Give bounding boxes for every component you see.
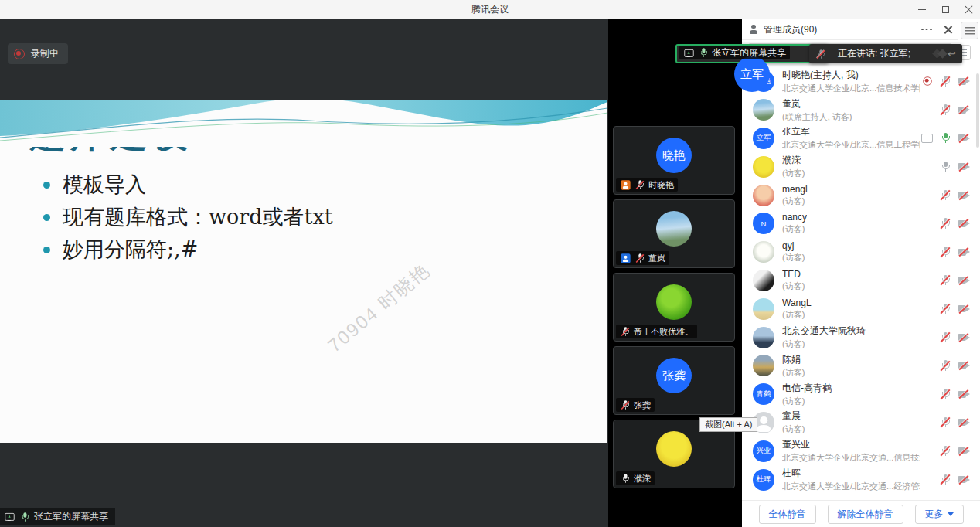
thumbnail-label: 时晓艳 [616,178,678,192]
screen-share-badge: 张立军的屏幕共享 [0,508,115,525]
camera-muted-icon[interactable] [958,389,971,399]
video-thumbnail-diwang[interactable]: 帝王不败优雅。 [613,273,735,342]
members-icon [748,24,759,35]
member-row[interactable]: 陈娟(访客) [742,352,980,380]
unmute-all-button[interactable]: 解除全体静音 [828,505,903,524]
member-name: TED [782,269,805,280]
slide-bullet-list: 模板导入 现有题库格式：word或者txt 妙用分隔符;,# [43,168,607,266]
recording-icon [923,77,931,86]
camera-muted-icon[interactable] [958,418,971,427]
mic-muted-icon[interactable] [940,445,951,457]
mic-muted-icon[interactable] [940,246,951,258]
camera-muted-icon[interactable] [958,105,971,114]
more-button[interactable]: 更多 [915,505,964,524]
member-row[interactable]: 晓艳 时晓艳(主持人, 我)北京交通大学企业/北京...信息技术学院 [742,67,980,96]
avatar [656,211,692,246]
panel-title: 管理成员(90) [764,23,817,36]
cohost-badge-icon [621,253,630,263]
mic-muted-icon[interactable] [940,359,951,372]
member-row[interactable]: 杜晖 杜晖北京交通大学企业/北京交通...经济管理学院 [742,465,980,494]
tencent-meeting-window: 腾讯会议 录制中 [0,0,980,527]
camera-muted-icon[interactable] [958,475,971,484]
minimize-button[interactable] [910,0,934,19]
member-sub: (访客) [782,223,807,235]
member-row[interactable]: TED(访客) [742,267,980,295]
mic-unmuted-icon[interactable] [940,161,951,173]
video-thumbnail-shixiaoyan[interactable]: 晓艳 时晓艳 [613,126,735,195]
member-sub: (访客) [782,168,805,179]
member-row[interactable]: 青鹤 电信-高青鹤(访客) [742,380,980,409]
mic-muted-icon[interactable] [940,416,951,429]
member-row[interactable]: 兴业 董兴业北京交通大学企业/北京交通...信息技术学院 [742,437,980,465]
camera-muted-icon[interactable] [958,219,971,228]
panel-header: 管理成员(90) [742,19,958,40]
mute-all-button[interactable]: 全体静音 [759,505,816,524]
member-row[interactable]: 北京交通大学阮秋琦(访客) [742,323,980,352]
member-list[interactable]: 晓艳 时晓艳(主持人, 我)北京交通大学企业/北京...信息技术学院 董岚(联席… [742,67,980,494]
member-row[interactable]: 董岚(联席主持人, 访客) [742,96,980,124]
scrollbar[interactable] [976,73,979,148]
member-row[interactable]: qyj(访客) [742,238,980,267]
camera-muted-icon[interactable] [958,191,971,200]
camera-muted-icon[interactable] [958,304,971,314]
camera-muted-icon[interactable] [958,361,971,370]
mic-muted-icon [635,179,644,189]
avatar: 张龚 [656,358,692,393]
mic-muted-icon[interactable] [940,332,951,344]
member-name: 杜晖 [782,467,920,480]
video-thumbnail-zhanggong[interactable]: 张龚 张龚 [613,346,735,415]
camera-muted-icon[interactable] [958,247,971,257]
video-thumbnail-zhanglijun[interactable]: 立军 张立军的屏幕共享 [675,44,829,63]
presentation-slide: 题库建设 模板导入 现有题库格式：word或者txt 妙用分隔符;,# 7090… [0,100,607,443]
member-sub: 北京交通大学企业/北京...信息技术学院 [782,83,920,94]
member-sub: (访客) [782,196,808,207]
camera-muted-icon[interactable] [958,76,971,86]
mic-muted-icon[interactable] [940,303,951,315]
recording-icon [14,49,25,60]
member-sub: (访客) [782,280,805,292]
maximize-button[interactable] [934,0,957,19]
mic-muted-icon[interactable] [940,189,951,202]
mic-on-icon [20,512,29,522]
mic-muted-icon[interactable] [940,75,951,87]
camera-muted-icon[interactable] [958,134,971,143]
close-button[interactable] [957,0,980,19]
mic-muted-icon [816,49,825,59]
member-sub: (访客) [782,396,832,407]
window-controls [910,0,980,19]
member-row[interactable]: 童晨(访客) [742,409,980,437]
camera-muted-icon[interactable] [958,333,971,342]
speaking-text: 正在讲话: 张立军; [838,47,910,60]
member-row[interactable]: WangL(访客) [742,294,980,323]
divider [832,49,832,59]
thumbnail-label: 帝王不败优雅。 [616,325,697,338]
member-row[interactable]: 濮溁(访客) [742,152,980,181]
avatar: 青鹤 [753,383,774,405]
close-panel-icon[interactable] [944,26,952,34]
mic-muted-icon[interactable] [940,474,951,486]
panel-menu-button[interactable] [961,22,978,39]
hamburger-icon [965,27,975,35]
avatar [753,298,774,320]
more-options-icon[interactable] [921,29,933,31]
member-row[interactable]: N nancy(访客) [742,209,980,238]
mic-on-icon [621,473,629,483]
mic-muted-icon[interactable] [940,274,951,287]
mic-muted-icon[interactable] [940,104,951,116]
avatar [656,431,692,467]
bullet-dot-icon [43,214,50,221]
mic-muted-icon[interactable] [940,217,951,230]
window-title: 腾讯会议 [0,0,980,19]
camera-muted-icon[interactable] [958,162,971,172]
mic-muted-icon [635,253,644,263]
member-name: nancy [782,212,807,223]
video-thumbnail-donglan[interactable]: 董岚 [613,199,735,268]
camera-muted-icon[interactable] [958,447,971,456]
member-row[interactable]: mengl(访客) [742,181,980,209]
mic-on-icon[interactable] [940,132,951,144]
camera-muted-icon[interactable] [958,276,971,285]
member-sub: (联席主持人, 访客) [782,111,852,123]
mic-muted-icon[interactable] [940,388,951,400]
member-name: 濮溁 [782,154,805,167]
member-row[interactable]: 立军 张立军北京交通大学企业/北京...信息工程学院 [742,124,980,153]
